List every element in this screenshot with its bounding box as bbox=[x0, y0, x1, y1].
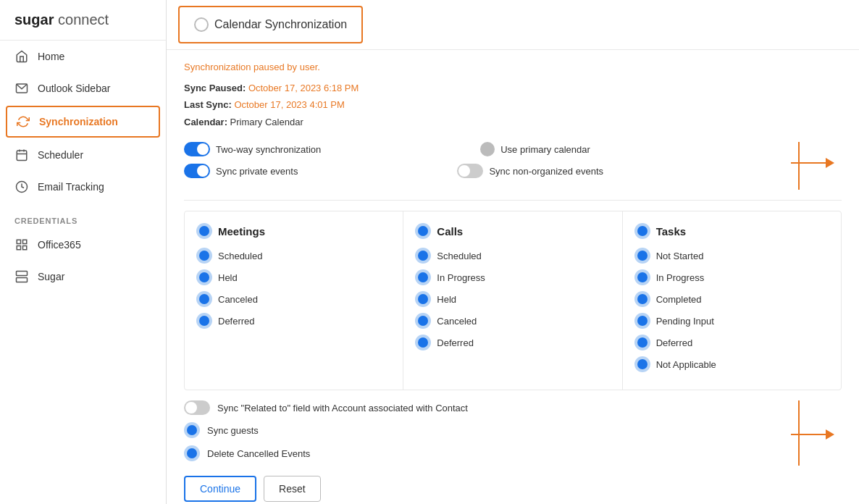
toggle-on-two-way[interactable] bbox=[184, 142, 210, 156]
main-content: Calendar Synchronization Synchronization… bbox=[167, 0, 859, 504]
calendar-sync-tab[interactable]: Calendar Synchronization bbox=[178, 6, 363, 43]
office365-icon bbox=[14, 238, 29, 252]
tasks-item-notapplicable[interactable]: Not Applicable bbox=[634, 356, 829, 372]
calls-title: Calls bbox=[437, 225, 463, 238]
tasks-completed-label: Completed bbox=[656, 294, 702, 305]
sugar-cred-icon bbox=[14, 269, 29, 284]
dot-calls-scheduled bbox=[415, 248, 431, 264]
toggle-off-related[interactable] bbox=[184, 400, 210, 415]
tasks-item-deferred[interactable]: Deferred bbox=[634, 335, 829, 350]
sync-guests-label: Sync guests bbox=[207, 425, 259, 436]
toggles-section: Two-way synchronization Use primary cale… bbox=[184, 142, 842, 190]
calls-header: Calls bbox=[415, 223, 610, 239]
tasks-item-pendinginput[interactable]: Pending Input bbox=[634, 313, 829, 329]
meetings-held-label: Held bbox=[218, 272, 238, 283]
credentials-label: CREDENTIALS bbox=[14, 217, 77, 225]
dot-tasks-completed bbox=[634, 291, 650, 307]
svg-rect-6 bbox=[17, 240, 20, 243]
sync-related-row[interactable]: Sync "Related to" field with Account ass… bbox=[184, 400, 842, 415]
sidebar-item-home[interactable]: Home bbox=[0, 41, 166, 72]
top-bar: Calendar Synchronization bbox=[167, 0, 859, 50]
tab-radio bbox=[194, 17, 209, 32]
calls-item-held[interactable]: Held bbox=[415, 291, 610, 307]
two-way-sync-toggle[interactable]: Two-way synchronization bbox=[184, 142, 321, 156]
sync-guests-row[interactable]: Sync guests bbox=[184, 422, 842, 438]
dot-meetings-held bbox=[196, 269, 212, 285]
dot-tasks-inprogress bbox=[634, 269, 650, 285]
toggle-off-non-organized[interactable] bbox=[457, 164, 483, 178]
dot-tasks-notstarted bbox=[634, 248, 650, 264]
sidebar-label-scheduler: Scheduler bbox=[38, 149, 83, 161]
calls-inprogress-label: In Progress bbox=[437, 272, 485, 283]
calls-item-scheduled[interactable]: Scheduled bbox=[415, 248, 610, 264]
sync-paused-value: October 17, 2023 6:18 PM bbox=[248, 83, 359, 93]
sync-non-organized-toggle[interactable]: Sync non-organized events bbox=[457, 164, 603, 178]
bottom-section: Sync "Related to" field with Account ass… bbox=[184, 400, 842, 502]
last-sync-label: Last Sync: bbox=[184, 99, 232, 110]
meetings-item-scheduled[interactable]: Scheduled bbox=[196, 248, 391, 264]
sync-info: Sync Paused: October 17, 2023 6:18 PM La… bbox=[184, 80, 842, 130]
home-icon bbox=[14, 49, 29, 64]
delete-cancelled-label: Delete Cancelled Events bbox=[207, 448, 310, 459]
reset-button[interactable]: Reset bbox=[264, 476, 321, 502]
sidebar-item-office365[interactable]: Office365 bbox=[0, 229, 166, 261]
calls-deferred-label: Deferred bbox=[437, 337, 474, 348]
tab-label: Calendar Synchronization bbox=[214, 18, 347, 31]
tasks-dot bbox=[634, 223, 650, 239]
tasks-inprogress-label: In Progress bbox=[656, 272, 704, 283]
dot-meetings-deferred bbox=[196, 313, 212, 329]
meetings-canceled-label: Canceled bbox=[218, 294, 258, 305]
sidebar-label-office365: Office365 bbox=[38, 239, 81, 251]
toggle-gray-use-primary bbox=[480, 142, 495, 156]
sidebar-label-home: Home bbox=[38, 51, 64, 62]
email-tracking-icon bbox=[14, 180, 29, 194]
sidebar-label-sync: Synchronization bbox=[39, 116, 118, 127]
calls-item-inprogress[interactable]: In Progress bbox=[415, 269, 610, 285]
calls-item-canceled[interactable]: Canceled bbox=[415, 313, 610, 329]
dot-meetings-scheduled bbox=[196, 248, 212, 264]
use-primary-calendar-toggle[interactable]: Use primary calendar bbox=[480, 142, 590, 156]
meetings-item-canceled[interactable]: Canceled bbox=[196, 291, 391, 307]
dot-tasks-notapplicable bbox=[634, 356, 650, 372]
sidebar: sugar connect Home Outlook Sidebar Synch… bbox=[0, 0, 167, 504]
svg-rect-7 bbox=[23, 240, 27, 243]
svg-rect-11 bbox=[17, 278, 28, 282]
sidebar-label-sugar: Sugar bbox=[38, 271, 64, 282]
tasks-item-notstarted[interactable]: Not Started bbox=[634, 248, 829, 264]
meetings-item-deferred[interactable]: Deferred bbox=[196, 313, 391, 329]
tasks-notstarted-label: Not Started bbox=[656, 251, 704, 261]
continue-button[interactable]: Continue bbox=[184, 476, 256, 502]
sidebar-item-scheduler[interactable]: Scheduler bbox=[0, 139, 166, 171]
calls-dot bbox=[415, 223, 431, 239]
sidebar-item-synchronization[interactable]: Synchronization bbox=[6, 106, 160, 138]
logo: sugar connect bbox=[0, 0, 166, 41]
dot-tasks-pendinginput bbox=[634, 313, 650, 329]
tasks-deferred-label: Deferred bbox=[656, 337, 693, 348]
logo-sugar: sugar bbox=[14, 12, 54, 28]
tasks-item-completed[interactable]: Completed bbox=[634, 291, 829, 307]
dot-sync-guests bbox=[184, 422, 200, 438]
sync-icon bbox=[16, 114, 30, 129]
meetings-item-held[interactable]: Held bbox=[196, 269, 391, 285]
sync-non-organized-label: Sync non-organized events bbox=[489, 166, 603, 177]
dot-delete-cancelled bbox=[184, 445, 200, 461]
svg-rect-9 bbox=[23, 246, 27, 250]
tasks-item-inprogress[interactable]: In Progress bbox=[634, 269, 829, 285]
delete-cancelled-row[interactable]: Delete Cancelled Events bbox=[184, 445, 842, 461]
dot-calls-inprogress bbox=[415, 269, 431, 285]
two-way-sync-label: Two-way synchronization bbox=[216, 144, 321, 155]
sidebar-item-email-tracking[interactable]: Email Tracking bbox=[0, 171, 166, 203]
toggle-on-private[interactable] bbox=[184, 164, 210, 178]
sidebar-item-outlook[interactable]: Outlook Sidebar bbox=[0, 72, 166, 104]
sidebar-item-sugar[interactable]: Sugar bbox=[0, 261, 166, 293]
calls-item-deferred[interactable]: Deferred bbox=[415, 335, 610, 350]
sync-private-toggle[interactable]: Sync private events bbox=[184, 164, 298, 178]
toggle-row-1: Two-way synchronization Use primary cale… bbox=[184, 142, 842, 156]
tasks-header: Tasks bbox=[634, 223, 829, 239]
orange-arrow-1 bbox=[791, 158, 834, 168]
dot-meetings-canceled bbox=[196, 291, 212, 307]
credentials-section: CREDENTIALS bbox=[0, 203, 166, 229]
calls-canceled-label: Canceled bbox=[437, 316, 477, 327]
divider-1 bbox=[184, 200, 842, 201]
dot-tasks-deferred bbox=[634, 335, 650, 350]
